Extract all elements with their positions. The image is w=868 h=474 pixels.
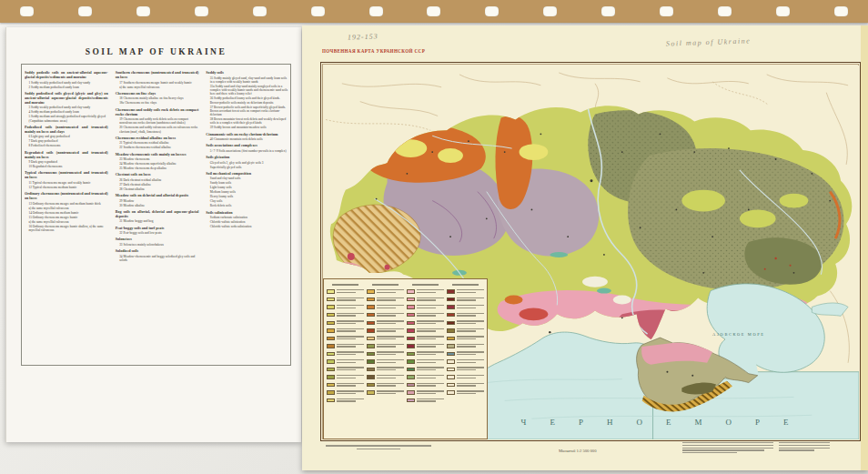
- legend-section-heading: Southern chernozems (nontruncated and tr…: [116, 71, 199, 80]
- legend-item: 9 Dark gray regradated: [29, 160, 108, 164]
- legend-section-heading: Soddy soils: [206, 71, 289, 76]
- map-legend-entry: [327, 359, 364, 364]
- publisher-caption: [326, 445, 431, 449]
- map-legend-entry-text: [377, 289, 404, 294]
- legend-section-heading: Solodized soils: [116, 248, 199, 253]
- map-scale: Масштаб 1:2 500 000: [559, 449, 596, 453]
- map-legend-color-chip: [407, 313, 415, 318]
- map-legend-entry: [407, 305, 444, 309]
- map-legend-color-chip: [447, 321, 455, 326]
- legend-item: Sandy loam soils: [210, 181, 289, 185]
- map-legend-entry-text: [457, 351, 484, 356]
- map-legend-color-chip: [327, 390, 335, 395]
- map-legend-entry: [447, 383, 484, 388]
- legend-item: 39 Soddy brown and mountain-meadow soils: [210, 126, 289, 129]
- map-legend-entry-text: [377, 367, 404, 371]
- map-legend-color-chip: [407, 383, 415, 388]
- map-legend-entry: [407, 367, 444, 371]
- map-legend-entry-text: [337, 359, 364, 364]
- black-sea-label: Ч Е Р Н О Е М О Р Е: [521, 418, 800, 427]
- map-legend-entry-text: [457, 336, 484, 340]
- page-title: SOIL MAP OF UKRAINE: [21, 47, 291, 56]
- film-hole: [195, 6, 208, 16]
- map-legend-entry-text: [457, 344, 484, 348]
- map-legend-color-chip: [447, 337, 455, 341]
- legend-item: 31 Meadow boggy and bog: [119, 219, 198, 223]
- map-legend-entry-text: [337, 383, 364, 388]
- map-legend-color-chip: [367, 390, 375, 395]
- legend-item: a) the same mycellial calcareous: [119, 85, 198, 88]
- legend-item: 34 Meadow-chernozemic and boggy solodize…: [119, 254, 198, 261]
- legend-item: Medium loamy soils: [210, 190, 289, 194]
- legend-item: 32 Peat-boggy soils and low peats: [119, 231, 198, 235]
- map-legend-color-chip: [407, 321, 415, 326]
- map-legend-entry-text: [337, 336, 364, 340]
- map-legend-color-chip: [327, 328, 335, 333]
- map-legend-entry: [327, 367, 364, 371]
- map-legend-entry: [327, 313, 364, 318]
- legend-section-heading: Soddy podzolized soils gleyed (gleyic an…: [25, 91, 108, 105]
- map-legend-entry: [447, 313, 484, 318]
- map-legend-entry: [407, 336, 444, 340]
- legend-item: 36 Soddy podzolized loamy soils and thei…: [210, 96, 289, 104]
- film-hole: [543, 6, 557, 16]
- map-legend-column-header: [412, 284, 439, 286]
- legend-item: Clay soils: [210, 199, 289, 203]
- legend-item: Heavy loamy soils: [210, 195, 289, 198]
- map-legend-color-chip: [367, 352, 375, 357]
- legend-item: Chloride-sulfate salinization: [210, 220, 289, 224]
- legend-section-heading: Soils gleization: [206, 155, 289, 159]
- map-legend-entry: [327, 298, 364, 302]
- map-legend-entry: [447, 289, 484, 294]
- film-hole: [660, 6, 673, 16]
- map-legend-entry: [447, 351, 484, 356]
- map-legend-entry-text: [417, 289, 444, 294]
- map-legend-entry: [327, 398, 364, 403]
- map-legend-column-header: [372, 284, 399, 286]
- legend-item: 3 Soddy weakly podzolized sandy and clay…: [29, 106, 108, 109]
- map-legend-entry-text: [377, 375, 404, 379]
- legend-item: 27 Dark chestnut alkaline: [119, 183, 198, 187]
- map-legend-entry-text: [377, 359, 404, 364]
- map-legend-entry-text: [377, 298, 404, 302]
- map-legend-color-chip: [447, 289, 455, 294]
- map-legend-color-chip: [447, 390, 455, 395]
- legend-item: 24 Meadow chernozems superficially alkal…: [119, 162, 198, 166]
- map-legend-entry: [447, 375, 484, 379]
- map-legend-entry-text: [377, 320, 404, 325]
- film-strip: [0, 0, 868, 23]
- legend-item: Rock debris soils: [210, 204, 289, 207]
- map-legend-color-chip: [327, 337, 335, 341]
- map-legend-entry: [407, 383, 444, 388]
- legend-item: 38 Brown mountain-forest rock debris and…: [210, 117, 289, 125]
- legend-item: 30 Meadow alkaline: [119, 203, 198, 207]
- map-legend-color-chip: [447, 375, 455, 379]
- map-legend-color-chip: [367, 375, 375, 379]
- legend-item: Gleyed soils 2, gley soils and gleyic so…: [210, 160, 289, 164]
- film-hole: [776, 6, 790, 16]
- map-legend-color-chip: [447, 344, 455, 348]
- map-legend-entry-text: [417, 390, 444, 395]
- map-legend-color-chip: [327, 313, 335, 318]
- map-legend-entry-text: [337, 367, 364, 371]
- map-legend-entry-text: [457, 320, 484, 325]
- map-legend-entry: [407, 344, 444, 348]
- map-legend-entry-text: [417, 383, 444, 388]
- map-legend-entry: [367, 336, 404, 340]
- map-legend-color-chip: [367, 313, 375, 318]
- legend-item: 14 Ordinary chernozems medium humic: [29, 210, 108, 214]
- map-legend-entry-text: [457, 328, 484, 333]
- map-legend-entry-text: [337, 305, 364, 309]
- map-legend-entry: [367, 375, 404, 379]
- map-legend-color-chip: [407, 352, 415, 357]
- map-title-russian: ПОЧВЕННАЯ КАРТА УКРАИНСКОЙ ССР: [322, 48, 425, 53]
- imprint-block-1: [682, 442, 773, 455]
- legend-section-heading: Meadow soils on deluvial and alluvial de…: [116, 193, 199, 197]
- map-legend-entry-text: [417, 344, 444, 348]
- map-legend-entry: [367, 383, 404, 388]
- map-legend-entry: [367, 289, 404, 294]
- map-legend-entry: [407, 328, 444, 333]
- map-legend-color-chip: [327, 321, 335, 326]
- legend-section-heading: Solonetzes: [116, 237, 199, 242]
- map-legend-entry: [407, 289, 444, 294]
